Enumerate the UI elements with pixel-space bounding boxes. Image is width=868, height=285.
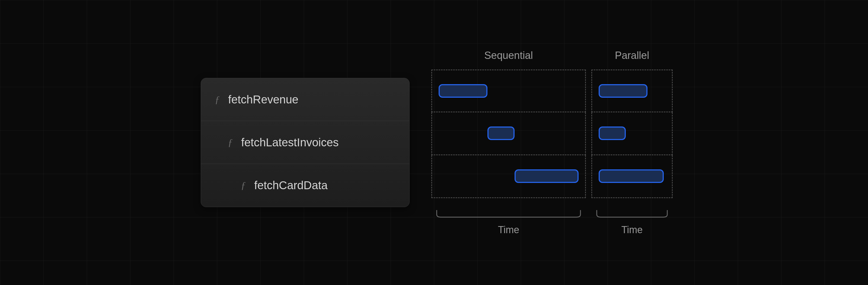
timeline-grid	[431, 69, 673, 198]
parallel-axis: Time	[591, 209, 673, 236]
duration-bar	[488, 126, 515, 140]
sequential-header: Sequential	[431, 50, 586, 61]
axis-row: Time Time	[431, 209, 673, 236]
function-name: fetchRevenue	[228, 93, 299, 106]
bracket-icon	[591, 209, 673, 220]
axis-label: Time	[498, 224, 520, 236]
diagram-content: ƒ fetchRevenue ƒ fetchLatestInvoices ƒ f…	[0, 0, 868, 285]
function-name: fetchCardData	[254, 179, 328, 192]
timeline-cell	[591, 112, 673, 155]
timeline-cell	[431, 112, 586, 155]
timeline-headers: Sequential Parallel	[431, 50, 673, 61]
timeline-cell	[431, 155, 586, 198]
axis-label: Time	[621, 224, 643, 236]
duration-bar	[599, 84, 648, 98]
parallel-header: Parallel	[591, 50, 673, 61]
sequential-axis: Time	[431, 209, 586, 236]
function-row: ƒ fetchRevenue	[201, 78, 409, 121]
function-row: ƒ fetchCardData	[201, 164, 409, 207]
function-icon: ƒ	[214, 94, 220, 105]
function-list-card: ƒ fetchRevenue ƒ fetchLatestInvoices ƒ f…	[201, 78, 410, 207]
timeline-cell	[591, 69, 673, 112]
function-row: ƒ fetchLatestInvoices	[201, 121, 409, 164]
duration-bar	[439, 84, 488, 98]
duration-bar	[599, 126, 626, 140]
function-name: fetchLatestInvoices	[241, 136, 339, 149]
duration-bar	[515, 169, 579, 183]
duration-bar	[599, 169, 664, 183]
function-icon: ƒ	[227, 137, 234, 148]
bracket-icon	[431, 209, 586, 220]
timeline-cell	[431, 69, 586, 112]
parallel-column	[591, 69, 673, 198]
sequential-column	[431, 69, 586, 198]
timeline-cell	[591, 155, 673, 198]
function-icon: ƒ	[240, 180, 247, 191]
timeline-section: Sequential Parallel	[431, 50, 673, 236]
